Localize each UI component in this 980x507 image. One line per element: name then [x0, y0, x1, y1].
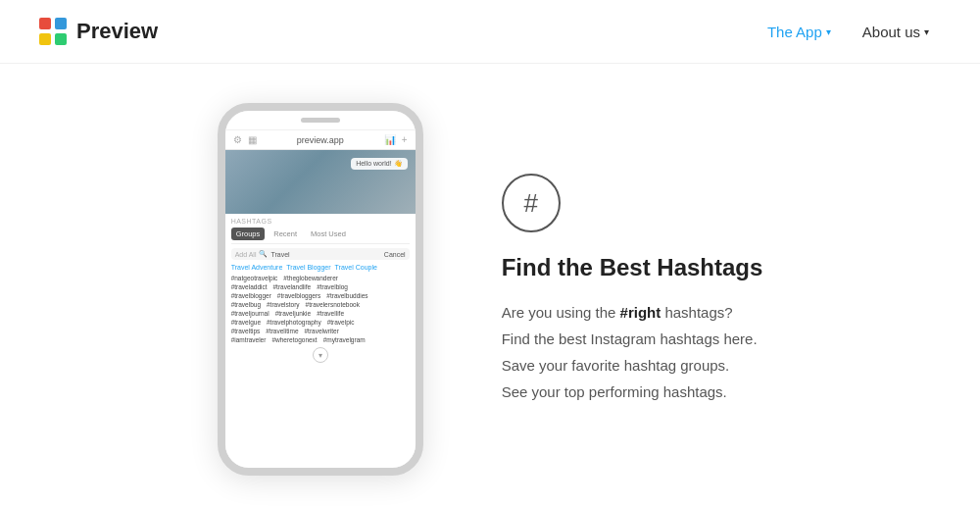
settings-icon: ⚙	[233, 134, 242, 145]
htag: #travelbuddies	[326, 292, 368, 299]
scroll-down-arrow[interactable]: ▾	[231, 347, 410, 363]
hello-badge: Hello world! 👋	[351, 158, 408, 170]
logo-sq-yellow	[39, 33, 51, 45]
htag: #travelphotography	[267, 319, 321, 326]
nav-label-the-app: The App	[767, 24, 822, 40]
phone-mockup: ⚙ ▦ preview.app 📊 + Hello world! 👋 HASHT…	[218, 103, 423, 476]
right-content: # Find the Best Hashtags Are you using t…	[502, 174, 763, 404]
chevron-down-icon: ▾	[826, 26, 831, 37]
tag-cat-2[interactable]: Travel Couple	[335, 264, 377, 271]
htag: #travelersnotebook	[306, 301, 360, 308]
hashtag-row: #travelgue #travelphotography #travelpic	[231, 319, 410, 326]
hashtag-list: #natgeotravelpic #theglobewanderer #trav…	[231, 275, 410, 343]
bold-right: #right	[620, 304, 662, 321]
tag-categories: Travel Adventure Travel Blogger Travel C…	[231, 264, 410, 271]
htag: #travelblogger	[231, 292, 271, 299]
nav-item-the-app[interactable]: The App ▾	[756, 16, 843, 48]
htag: #traveladdict	[231, 283, 268, 290]
phone-screen: ⚙ ▦ preview.app 📊 + Hello world! 👋 HASHT…	[225, 130, 416, 468]
logo-sq-green	[55, 33, 67, 45]
logo-grid-icon	[39, 18, 67, 45]
nav-label-about-us: About us	[862, 24, 920, 40]
feature-description: Are you using the #right hashtags? Find …	[502, 299, 763, 405]
search-icon: 🔍	[259, 250, 268, 258]
feature-line-3: Save your favorite hashtag groups.	[502, 352, 763, 379]
search-bar: Add All 🔍 Travel Cancel	[231, 248, 410, 260]
browser-url: preview.app	[263, 135, 378, 145]
logo-text: Preview	[76, 19, 158, 44]
htag: #travelblog	[317, 283, 348, 290]
cancel-btn[interactable]: Cancel	[384, 251, 406, 258]
tab-groups[interactable]: Groups	[231, 228, 266, 240]
hashtag-row: #traveltips #travelitime #travelwriter	[231, 328, 410, 334]
feature-line-1: Are you using the #right hashtags?	[502, 299, 763, 326]
navbar: Preview The App ▾ About us ▾	[0, 0, 980, 64]
post-preview: Hello world! 👋	[225, 150, 416, 214]
htag: #travelbug	[231, 301, 261, 308]
browser-bar: ⚙ ▦ preview.app 📊 +	[225, 130, 416, 150]
logo-link[interactable]: Preview	[39, 18, 158, 45]
hashtag-row: #travelblogger #travelbloggers #travelbu…	[231, 292, 410, 299]
logo-sq-blue	[55, 18, 67, 29]
tab-recent[interactable]: Recent	[269, 228, 302, 240]
htag: #iamtraveler	[231, 336, 267, 343]
feature-title: Find the Best Hashtags	[502, 252, 763, 282]
tab-most-used[interactable]: Most Used	[306, 228, 351, 240]
chevron-down-icon-2: ▾	[924, 26, 929, 37]
hashtag-row: #travelbug #travelstory #travelersnotebo…	[231, 301, 410, 308]
hashtag-row: #traveladdict #travelandlife #travelblog	[231, 283, 410, 290]
htag: #travelandlife	[273, 283, 312, 290]
logo-sq-red	[39, 18, 51, 29]
phone-frame: ⚙ ▦ preview.app 📊 + Hello world! 👋 HASHT…	[218, 103, 423, 476]
phone-notch	[225, 111, 416, 130]
htag: #traveltips	[231, 328, 261, 334]
plus-icon: +	[402, 134, 408, 145]
arrow-circle-icon: ▾	[313, 347, 328, 363]
phone-speaker	[301, 118, 340, 123]
hashtag-tabs: Groups Recent Most Used	[231, 228, 410, 244]
nav-item-about-us[interactable]: About us ▾	[851, 16, 941, 48]
htag: #natgeotravelpic	[231, 275, 278, 281]
feature-line-4: See your top performing hashtags.	[502, 379, 763, 405]
main-content: ⚙ ▦ preview.app 📊 + Hello world! 👋 HASHT…	[0, 64, 980, 507]
htag: #travelpic	[327, 319, 355, 326]
tag-cat-1[interactable]: Travel Blogger	[286, 264, 330, 271]
hash-symbol-icon: #	[523, 188, 537, 219]
hashtag-row: #iamtraveler #wheretogonext #mytravelgra…	[231, 336, 410, 343]
hashtags-section: HASHTAGS Groups Recent Most Used Add All…	[225, 214, 416, 367]
hashtags-label: HASHTAGS	[231, 218, 410, 225]
htag: #traveljunkie	[275, 310, 312, 317]
htag: #travelgue	[231, 319, 261, 326]
htag: #theglobewanderer	[283, 275, 338, 281]
navbar-nav: The App ▾ About us ▾	[756, 16, 941, 48]
htag: #mytravelgram	[323, 336, 366, 343]
htag: #traveljournal	[231, 310, 270, 317]
tag-cat-0[interactable]: Travel Adventure	[231, 264, 283, 271]
search-input-mock[interactable]: Travel	[270, 251, 380, 258]
hashtag-row: #traveljournal #traveljunkie #travellife	[231, 310, 410, 317]
add-all-label[interactable]: Add All	[235, 251, 257, 258]
htag: #travellife	[317, 310, 344, 317]
chart-icon: 📊	[384, 134, 396, 145]
hashtag-row: #natgeotravelpic #theglobewanderer	[231, 275, 410, 281]
calendar-icon: ▦	[248, 134, 257, 145]
hash-icon-circle: #	[502, 174, 561, 232]
htag: #travelwriter	[305, 328, 339, 334]
htag: #travelitime	[266, 328, 298, 334]
htag: #wheretogonext	[271, 336, 317, 343]
htag: #travelstory	[267, 301, 300, 308]
htag: #travelbloggers	[277, 292, 320, 299]
feature-line-2: Find the best Instagram hashtags here.	[502, 326, 763, 352]
